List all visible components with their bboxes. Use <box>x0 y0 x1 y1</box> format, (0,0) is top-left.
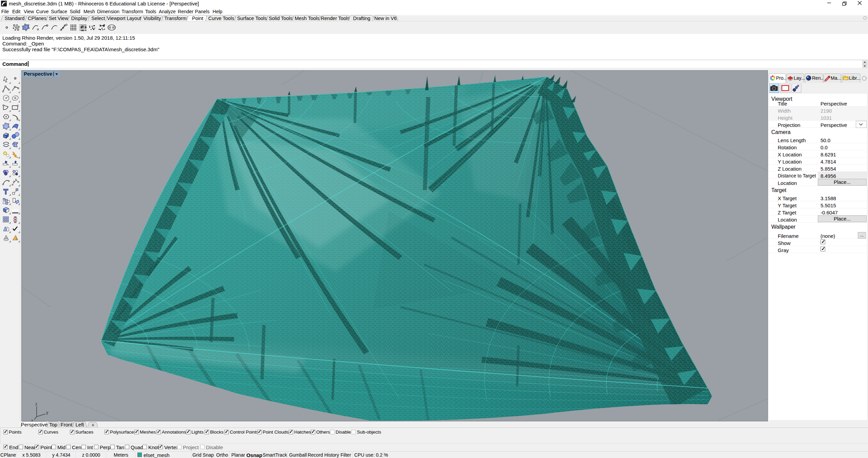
svg-text:Ren...: Ren... <box>812 75 825 81</box>
svg-text:CPlanes: CPlanes <box>28 16 46 21</box>
svg-text:Front: Front <box>60 422 73 427</box>
svg-text:Point: Point <box>192 16 203 21</box>
svg-text:x: x <box>31 418 33 421</box>
svg-text:Surface Tools: Surface Tools <box>237 16 267 21</box>
svg-text:Set View: Set View <box>49 16 68 21</box>
svg-text:Left: Left <box>75 422 84 427</box>
svg-text:Ma...: Ma... <box>831 75 841 81</box>
svg-text:z: z <box>35 402 37 406</box>
svg-text:Display: Display <box>71 16 88 21</box>
svg-text:Select: Select <box>91 16 105 21</box>
svg-text:Solid Tools: Solid Tools <box>269 16 293 21</box>
svg-text:Standard: Standard <box>5 16 25 21</box>
svg-text:Viewport Layout: Viewport Layout <box>107 16 141 21</box>
svg-text:Visibility: Visibility <box>143 16 161 21</box>
svg-text:6: 6 <box>5 1 6 3</box>
svg-text:Top: Top <box>49 422 57 427</box>
svg-text:Pro...: Pro... <box>776 75 787 81</box>
svg-text:New in V6: New in V6 <box>374 16 397 21</box>
svg-text:Libr...: Libr... <box>849 75 861 81</box>
svg-text:Curve Tools: Curve Tools <box>208 16 234 21</box>
svg-text:Perspective: Perspective <box>24 71 52 77</box>
svg-text:y: y <box>46 410 48 415</box>
svg-text:Render Tools: Render Tools <box>321 16 350 21</box>
svg-text:Drafting: Drafting <box>353 16 371 21</box>
svg-text:Mesh Tools: Mesh Tools <box>295 16 319 21</box>
svg-text:Lay...: Lay... <box>794 75 805 81</box>
svg-text:Transform: Transform <box>164 16 187 21</box>
svg-text:Perspective: Perspective <box>21 422 48 427</box>
